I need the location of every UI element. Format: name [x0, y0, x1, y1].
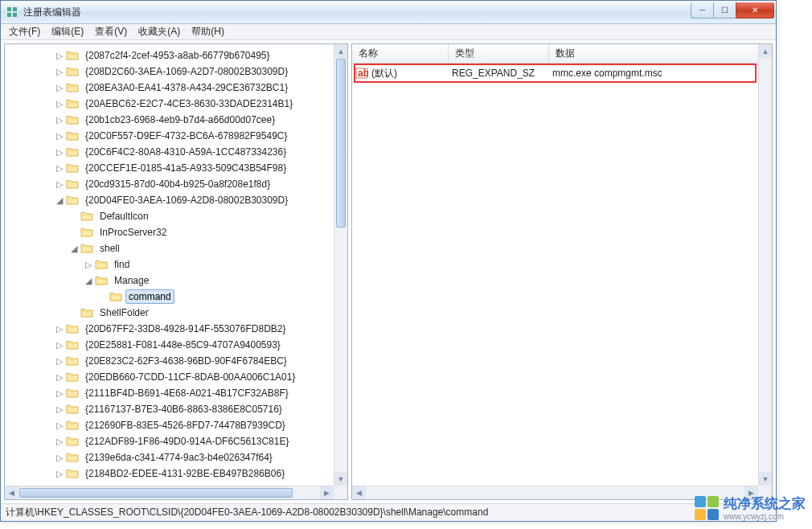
menu-help[interactable]: 帮助(H): [187, 23, 229, 40]
menu-file[interactable]: 文件(F): [4, 23, 45, 40]
expand-icon[interactable]: ▷: [53, 179, 66, 190]
folder-icon: [80, 210, 93, 223]
expand-icon[interactable]: ▷: [53, 163, 66, 174]
tree-item[interactable]: ▷{20C0F557-D9EF-4732-BC6A-678982F9549C}: [5, 128, 347, 144]
tree-item[interactable]: ◢shell: [5, 240, 347, 256]
folder-icon: [66, 338, 79, 351]
expand-icon[interactable]: ▷: [53, 356, 66, 367]
tree-item[interactable]: DefaultIcon: [5, 208, 347, 224]
expand-icon[interactable]: ▷: [53, 51, 66, 61]
expand-icon[interactable]: ▷: [53, 372, 66, 383]
folder-icon: [66, 97, 79, 110]
tree-item[interactable]: ▷{20AEBC62-E2C7-4CE3-8630-33DADE2314B1}: [5, 96, 347, 112]
tree-item[interactable]: ▷{208EA3A0-EA41-4378-A434-29CE36732BC1}: [5, 80, 347, 96]
scroll-down-icon[interactable]: ▼: [759, 472, 772, 486]
tree-item[interactable]: ▷{20E25881-F081-448e-85C9-4707A9400593}: [5, 337, 347, 353]
tree-scrollbar-horizontal[interactable]: ◀ ▶: [5, 486, 334, 499]
scrollbar-thumb[interactable]: [336, 59, 346, 228]
tree-item[interactable]: InProcServer32: [5, 224, 347, 240]
tree-item[interactable]: ▷{2087c2f4-2cef-4953-a8ab-66779b670495}: [5, 47, 347, 64]
tree-item[interactable]: ▷{20EDB660-7CDD-11CF-8DAB-00AA006C1A01}: [5, 369, 347, 385]
expand-icon[interactable]: ▷: [53, 99, 66, 109]
tree-item-label: {20D67FF2-33D8-4928-914F-553076FD8DB2}: [82, 322, 289, 336]
menu-favorites[interactable]: 收藏夹(A): [133, 23, 185, 40]
value-row[interactable]: (默认) REG_EXPAND_SZ mmc.exe compmgmt.msc: [352, 65, 772, 81]
collapse-icon[interactable]: ◢: [53, 195, 66, 206]
expand-icon[interactable]: ▷: [53, 340, 66, 351]
tree-item[interactable]: ▷{20CCEF1E-0185-41a5-A933-509C43B54F98}: [5, 160, 347, 176]
statusbar: 计算机\HKEY_CLASSES_ROOT\CLSID\{20D04FE0-3A…: [1, 503, 776, 521]
watermark-title: 纯净系统之家: [724, 496, 806, 512]
menu-view[interactable]: 查看(V): [90, 23, 132, 40]
expand-icon[interactable]: ▷: [53, 404, 66, 415]
tree-item-label: InProcServer32: [96, 225, 170, 240]
expand-icon[interactable]: ▷: [53, 131, 66, 141]
scroll-left-icon[interactable]: ◀: [5, 486, 18, 499]
collapse-icon[interactable]: ◢: [68, 244, 80, 254]
expand-icon[interactable]: ▷: [53, 83, 66, 93]
titlebar[interactable]: 注册表编辑器 ─ ☐ ✕: [1, 1, 776, 24]
folder-icon: [66, 49, 79, 62]
tree-item-label: {208D2C60-3AEA-1069-A2D7-08002B30309D}: [82, 64, 291, 79]
close-button[interactable]: ✕: [736, 2, 774, 18]
collapse-icon[interactable]: ◢: [82, 276, 95, 286]
tree-item[interactable]: ◢Manage: [5, 273, 347, 289]
expand-icon[interactable]: ▷: [53, 147, 66, 158]
tree-item-label: {208EA3A0-EA41-4378-A434-29CE36732BC1}: [82, 80, 291, 95]
expand-icon[interactable]: ▷: [53, 67, 66, 77]
tree-item[interactable]: ▷{2184BD2-EDEE-4131-92BE-EB497B286B06}: [5, 465, 347, 482]
tree-item[interactable]: ▷{21167137-B7E3-40B6-8863-8386E8C05716}: [5, 401, 347, 417]
registry-tree[interactable]: ▷{2087c2f4-2cef-4953-a8ab-66779b670495}▷…: [5, 44, 347, 499]
column-type[interactable]: 类型: [449, 44, 549, 63]
expand-icon[interactable]: ▷: [53, 469, 66, 479]
tree-item-label: {20AEBC62-E2C7-4CE3-8630-33DADE2314B1}: [82, 96, 296, 111]
tree-item[interactable]: ▷{20D67FF2-33D8-4928-914F-553076FD8DB2}: [5, 321, 347, 337]
folder-icon: [95, 274, 108, 287]
tree-item[interactable]: ▷{20C6F4C2-80A8-4310-A59A-1CC487334236}: [5, 144, 347, 160]
values-scrollbar-vertical[interactable]: ▲ ▼: [758, 44, 772, 486]
tree-item[interactable]: ▷{208D2C60-3AEA-1069-A2D7-08002B30309D}: [5, 64, 347, 80]
scrollbar-thumb[interactable]: [19, 488, 293, 498]
tree-item[interactable]: ◢{20D04FE0-3AEA-1069-A2D8-08002B30309D}: [5, 192, 347, 208]
folder-icon: [66, 162, 79, 174]
tree-item-label: {212ADF89-1F86-49D0-914A-DF6C5613C81E}: [82, 434, 292, 449]
tree-item[interactable]: ▷{2111BF4D-B691-4E68-A021-4B17CF32AB8F}: [5, 385, 347, 401]
tree-item[interactable]: ▷{212ADF89-1F86-49D0-914A-DF6C5613C81E}: [5, 433, 347, 449]
tree-item[interactable]: ▷{20E823C2-62F3-4638-96BD-90F4F6784EBC}: [5, 353, 347, 369]
tree-item-label: {20E823C2-62F3-4638-96BD-90F4F6784EBC}: [82, 354, 290, 368]
expand-icon[interactable]: ▷: [53, 115, 66, 125]
tree-scrollbar-vertical[interactable]: ▲ ▼: [334, 44, 347, 486]
tree-item[interactable]: ▷{20cd9315-87d0-40b4-b925-0a8f208e1f8d}: [5, 176, 347, 192]
maximize-button[interactable]: ☐: [713, 2, 736, 18]
tree-item[interactable]: ShellFolder: [5, 305, 347, 321]
expand-icon[interactable]: ▷: [53, 324, 66, 334]
scroll-left-icon[interactable]: ◀: [352, 486, 366, 499]
tree-item[interactable]: command: [5, 289, 347, 305]
tree-item-label: {2184BD2-EDEE-4131-92BE-EB497B286B06}: [82, 466, 288, 481]
value-type: REG_EXPAND_SZ: [452, 68, 552, 79]
folder-icon: [66, 403, 79, 416]
scroll-down-icon[interactable]: ▼: [334, 472, 347, 486]
expand-icon[interactable]: ▷: [82, 260, 95, 270]
minimize-button[interactable]: ─: [691, 2, 714, 18]
expand-icon[interactable]: ▷: [53, 453, 66, 463]
values-list[interactable]: (默认) REG_EXPAND_SZ mmc.exe compmgmt.msc: [352, 64, 772, 499]
tree-item[interactable]: ▷{212690FB-83E5-4526-8FD7-74478B7939CD}: [5, 417, 347, 433]
tree-item-label: {20b1cb23-6968-4eb9-b7d4-a66d00d07cee}: [82, 113, 278, 127]
tree-item[interactable]: ▷find: [5, 256, 347, 273]
scroll-up-icon[interactable]: ▲: [759, 44, 772, 58]
column-data[interactable]: 数据: [549, 44, 772, 63]
watermark: 纯净系统之家 www.ycwyzj.com: [695, 496, 806, 521]
menu-edit[interactable]: 编辑(E): [47, 23, 88, 40]
tree-item-label: {20E25881-F081-448e-85C9-4707A9400593}: [82, 338, 284, 352]
tree-item[interactable]: ▷{20b1cb23-6968-4eb9-b7d4-a66d00d07cee}: [5, 112, 347, 128]
scroll-up-icon[interactable]: ▲: [334, 44, 347, 58]
column-name[interactable]: 名称: [352, 44, 449, 63]
expand-icon[interactable]: ▷: [53, 437, 66, 447]
window-controls: ─ ☐ ✕: [691, 2, 774, 18]
registry-editor-window: 注册表编辑器 ─ ☐ ✕ 文件(F) 编辑(E) 查看(V) 收藏夹(A) 帮助…: [0, 0, 777, 522]
expand-icon[interactable]: ▷: [53, 388, 66, 399]
scroll-right-icon[interactable]: ▶: [320, 486, 334, 499]
expand-icon[interactable]: ▷: [53, 420, 66, 431]
tree-item[interactable]: ▷{2139e6da-c341-4774-9ac3-b4e026347f64}: [5, 449, 347, 465]
